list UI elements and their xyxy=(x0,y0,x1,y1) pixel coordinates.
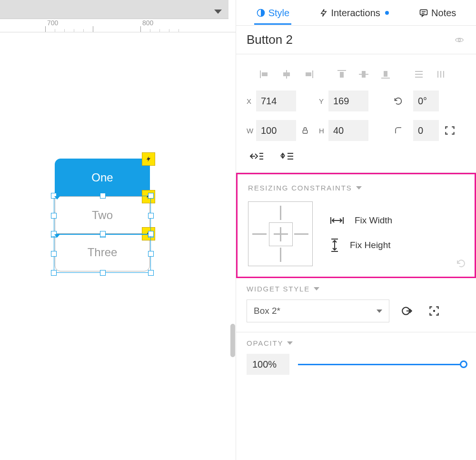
x-input[interactable] xyxy=(256,90,296,111)
align-top-icon[interactable] xyxy=(334,68,349,81)
canvas-button-three[interactable]: Three xyxy=(55,233,150,271)
svg-rect-8 xyxy=(283,72,290,76)
chevron-down-icon xyxy=(356,186,362,190)
tab-style[interactable]: Style xyxy=(254,1,291,24)
fix-width-toggle[interactable]: Fix Width xyxy=(330,215,392,226)
focus-style-icon[interactable] xyxy=(426,302,443,320)
svg-rect-1 xyxy=(420,10,427,15)
corner-radius-icon[interactable] xyxy=(391,126,406,135)
tab-label: Notes xyxy=(431,8,456,19)
width-input[interactable] xyxy=(256,120,296,141)
inspector-tabs: Style Interactions Notes xyxy=(236,0,476,26)
lock-aspect-icon[interactable] xyxy=(298,126,312,135)
svg-rect-23 xyxy=(303,130,307,133)
canvas-area[interactable]: 700 800 One Two xyxy=(0,0,236,460)
align-center-h-icon[interactable] xyxy=(279,68,294,81)
w-label: W xyxy=(247,127,256,135)
inspector-panel: Style Interactions Notes Button xyxy=(236,0,476,460)
align-middle-v-icon[interactable] xyxy=(356,68,371,81)
tab-interactions[interactable]: Interactions xyxy=(317,1,390,24)
auto-width-icon[interactable] xyxy=(248,150,265,163)
apply-style-icon[interactable] xyxy=(399,302,416,320)
fix-width-icon xyxy=(330,216,344,225)
alignment-toolbar xyxy=(247,61,466,81)
pin-constraint-widget[interactable] xyxy=(248,201,313,266)
height-input[interactable] xyxy=(328,120,368,141)
widget-style-section: WIDGET STYLE Box 2* xyxy=(236,278,476,332)
rotation-input[interactable] xyxy=(413,90,439,111)
align-bottom-icon[interactable] xyxy=(378,68,393,81)
resizing-constraints-title[interactable]: RESIZING CONSTRAINTS xyxy=(248,184,464,192)
y-label: Y xyxy=(319,97,328,105)
x-label: X xyxy=(247,97,256,105)
lightning-icon[interactable] xyxy=(142,190,155,203)
tab-label: Interactions xyxy=(331,8,380,19)
lightning-icon[interactable] xyxy=(142,152,155,166)
ruler-tick-label: 700 xyxy=(47,19,58,27)
selection-name[interactable]: Button 2 xyxy=(247,32,293,47)
svg-rect-12 xyxy=(340,72,344,78)
fix-height-toggle[interactable]: Fix Height xyxy=(330,238,392,252)
opacity-slider[interactable] xyxy=(298,360,466,369)
toolbar-dropdown-caret[interactable] xyxy=(214,10,222,14)
svg-rect-10 xyxy=(306,72,311,76)
position-section: X Y W H xyxy=(236,54,476,173)
lightning-icon[interactable] xyxy=(142,227,155,240)
fix-height-label: Fix Height xyxy=(350,240,391,250)
notes-icon xyxy=(419,8,428,18)
horizontal-ruler: 700 800 xyxy=(0,19,236,32)
svg-rect-16 xyxy=(384,71,387,77)
button-label: Two xyxy=(92,209,113,222)
widget-style-select[interactable]: Box 2* xyxy=(247,300,389,322)
align-left-icon[interactable] xyxy=(257,68,272,81)
widget-style-title[interactable]: WIDGET STYLE xyxy=(247,285,466,293)
vertical-scrollbar[interactable] xyxy=(230,324,235,357)
opacity-input[interactable]: 100% xyxy=(247,354,289,375)
svg-point-37 xyxy=(433,310,435,312)
tab-label: Style xyxy=(268,8,289,19)
canvas-button-group[interactable]: One Two Three xyxy=(55,159,150,271)
reset-constraints-icon[interactable] xyxy=(456,258,467,269)
svg-point-4 xyxy=(458,39,461,41)
opacity-title[interactable]: OPACITY xyxy=(247,339,466,347)
fix-height-icon xyxy=(330,238,339,252)
interactions-indicator-dot xyxy=(385,11,389,15)
expand-corners-icon[interactable] xyxy=(443,124,457,137)
chevron-down-icon xyxy=(314,287,319,290)
chevron-down-icon xyxy=(287,341,293,345)
align-right-icon[interactable] xyxy=(301,68,316,81)
lightning-icon xyxy=(319,8,328,18)
y-input[interactable] xyxy=(328,90,368,111)
opacity-section: OPACITY 100% xyxy=(236,332,476,384)
widget-style-value: Box 2* xyxy=(254,306,280,316)
canvas-button-one[interactable]: One xyxy=(55,159,150,197)
button-label: Three xyxy=(88,246,118,259)
distribute-h-icon[interactable] xyxy=(411,68,426,81)
auto-height-icon[interactable] xyxy=(279,150,295,163)
canvas-button-two[interactable]: Two xyxy=(55,196,150,234)
tab-notes[interactable]: Notes xyxy=(417,1,458,24)
ruler-tick-label: 800 xyxy=(142,19,153,27)
visibility-icon[interactable] xyxy=(453,35,466,45)
fix-width-label: Fix Width xyxy=(355,215,392,226)
corner-radius-input[interactable] xyxy=(413,120,439,141)
svg-rect-14 xyxy=(362,71,366,78)
style-icon xyxy=(256,8,266,18)
distribute-v-icon[interactable] xyxy=(433,68,448,81)
h-label: H xyxy=(319,127,328,135)
rotate-icon[interactable] xyxy=(391,96,406,106)
button-label: One xyxy=(91,171,113,184)
chevron-down-icon xyxy=(377,310,382,313)
svg-rect-6 xyxy=(262,72,268,76)
resizing-constraints-section: RESIZING CONSTRAINTS xyxy=(236,173,476,278)
top-toolbar xyxy=(0,0,228,19)
